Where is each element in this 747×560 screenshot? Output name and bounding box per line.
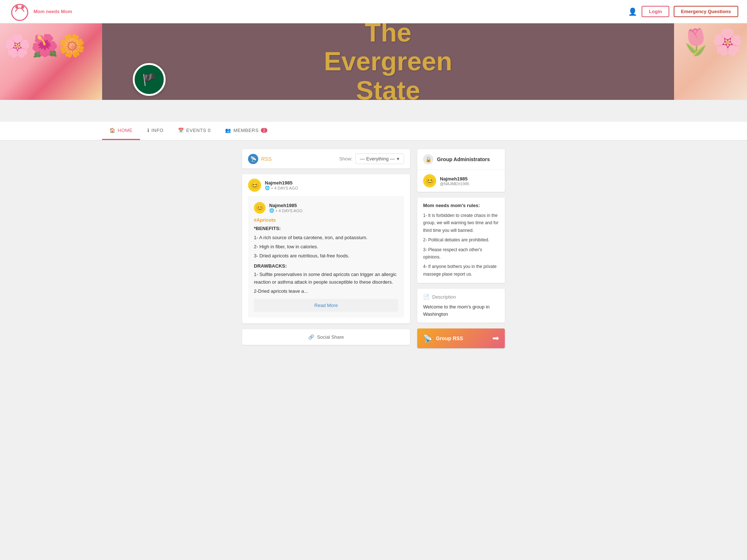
- social-share-label: Social Share: [317, 334, 344, 340]
- rule-4: 4- If anyone bothers you in the private …: [423, 263, 499, 278]
- show-label: Show:: [339, 156, 352, 162]
- post-inner: 😊 Najmeh1985 🌐 • 4 DAYS AGO #Apricots *B…: [248, 196, 404, 318]
- everything-dropdown[interactable]: — Everything — ▾: [355, 153, 404, 164]
- tab-events[interactable]: 📅 EVENTS 0: [171, 122, 218, 140]
- benefit-1: 1- A rich source of beta carotene, iron,…: [254, 234, 398, 242]
- rss-circle-icon: 📡: [248, 154, 258, 164]
- post-inner-header: 😊 Najmeh1985 🌐 • 4 DAYS AGO: [254, 202, 398, 214]
- group-rss-label: Group RSS: [436, 335, 463, 341]
- divider: •: [271, 186, 273, 190]
- admins-title: Group Administrators: [437, 156, 490, 162]
- description-card: 📄 Description Welcome to the mom's group…: [417, 289, 505, 323]
- admins-card: 🔒 Group Administrators 😊 Najmeh1985 @NAJ…: [417, 149, 505, 192]
- feed-header: 📡 RSS Show: — Everything — ▾: [242, 149, 410, 168]
- main-content: 📡 RSS Show: — Everything — ▾ 😊 Najmeh198…: [140, 140, 607, 357]
- tab-events-label: EVENTS 0: [186, 128, 211, 133]
- post-author-avatar: 😊: [248, 179, 261, 192]
- tab-info[interactable]: ℹ INFO: [140, 122, 171, 140]
- drawbacks-title: DRAWBACKS:: [254, 263, 398, 269]
- show-filter: Show: — Everything — ▾: [339, 153, 404, 164]
- group-rss-arrow-button[interactable]: ➡: [492, 334, 499, 343]
- sidebar-column: 🔒 Group Administrators 😊 Najmeh1985 @NAJ…: [417, 149, 505, 348]
- rules-text: 1- It is forbidden to create chaos in th…: [423, 212, 499, 278]
- group-avatar: 🏴: [133, 63, 166, 96]
- tab-home[interactable]: 🏠 HOME: [102, 122, 140, 140]
- inner-author-name: Najmeh1985: [269, 203, 302, 208]
- hero-center-text: The Evergreen State: [324, 23, 452, 100]
- nav-tabs: 🏠 HOME ℹ INFO 📅 EVENTS 0 👥 MEMBERS 2: [0, 122, 747, 140]
- group-name: Washington: [124, 99, 174, 100]
- inner-post-time: 🌐 • 4 DAYS AGO: [269, 208, 302, 213]
- globe-small-icon: 🌐: [265, 186, 270, 190]
- admin-info: Najmeh1985 @NAJMEH1985: [440, 176, 469, 186]
- user-icon-button[interactable]: 👤: [628, 7, 637, 16]
- globe-inner-icon: 🌐: [269, 208, 274, 213]
- washington-flag: 🏴: [135, 65, 164, 94]
- rss-feed-icon: 📡: [423, 334, 432, 343]
- inner-divider: •: [276, 209, 277, 213]
- info-icon: ℹ: [147, 128, 150, 133]
- group-profile: 🏴 Washington 🌐 PUBLIC GROUP 🕐 4 DAYS, 3 …: [124, 63, 174, 100]
- file-icon: 📄: [423, 294, 429, 300]
- inner-post-time-label: 4 DAYS AGO: [279, 209, 302, 213]
- logo-area: Mom needs Mom: [9, 1, 72, 23]
- rules-title: Mom needs mom's rules:: [423, 203, 499, 208]
- desc-header: 📄 Description: [423, 294, 499, 300]
- lock-icon: 🔒: [423, 154, 433, 164]
- login-button[interactable]: Login: [642, 6, 669, 17]
- drawback-2: 2-Dried apricots leave a...: [254, 288, 398, 295]
- svg-point-0: [12, 4, 28, 20]
- logo-text: Mom needs Mom: [34, 9, 72, 15]
- rss-symbol: 📡: [250, 156, 256, 162]
- members-icon: 👥: [225, 128, 231, 133]
- admin-handle: @NAJMEH1985: [440, 182, 469, 186]
- admins-header: 🔒 Group Administrators: [417, 149, 505, 170]
- post-time-label: 4 DAYS AGO: [274, 186, 298, 190]
- benefit-2: 2- High in fiber, low in calories.: [254, 243, 398, 251]
- description-label: Description: [432, 294, 456, 300]
- rules-card: Mom needs mom's rules: 1- It is forbidde…: [417, 198, 505, 283]
- events-icon: 📅: [178, 128, 184, 133]
- emergency-button[interactable]: Emergency Questions: [674, 6, 738, 17]
- tab-members[interactable]: 👥 MEMBERS 2: [218, 122, 275, 140]
- post-card: 😊 Najmeh1985 🌐 • 4 DAYS AGO 😊 Najmeh1985: [242, 174, 410, 323]
- rule-3: 3- Please respect each other's opinions.: [423, 246, 499, 261]
- tab-home-label: HOME: [118, 128, 133, 133]
- description-text: Welcome to the mom's group in Washington: [423, 303, 499, 318]
- read-more-button[interactable]: Read More: [254, 299, 398, 312]
- inner-author-avatar: 😊: [254, 202, 266, 214]
- post-time-row: 🌐 • 4 DAYS AGO: [265, 186, 298, 190]
- header: Mom needs Mom 👤 Login Emergency Question…: [0, 0, 747, 23]
- rss-label: RSS: [261, 156, 272, 162]
- post-author-name: Najmeh1985: [265, 180, 298, 186]
- benefit-3: 3- Dried apricots are nutritious, fat-fr…: [254, 252, 398, 260]
- hero-bg: The Evergreen State: [0, 23, 747, 100]
- home-icon: 🏠: [109, 128, 116, 133]
- post-header: 😊 Najmeh1985 🌐 • 4 DAYS AGO: [242, 174, 410, 196]
- hero-banner: The Evergreen State 🏴 Washington 🌐 PUBLI…: [0, 23, 747, 100]
- share-icon: 🔗: [308, 334, 314, 340]
- admin-row: 😊 Najmeh1985 @NAJMEH1985: [417, 170, 505, 192]
- everything-label: — Everything —: [360, 156, 395, 162]
- inner-author-info: Najmeh1985 🌐 • 4 DAYS AGO: [269, 203, 302, 213]
- drawback-1: 1- Sulfite preservatives in some dried a…: [254, 271, 398, 286]
- post-hashtag: #Apricots: [254, 217, 398, 223]
- social-share-card[interactable]: 🔗 Social Share: [242, 329, 410, 345]
- chevron-down-icon: ▾: [397, 156, 399, 162]
- rule-1: 1- It is forbidden to create chaos in th…: [423, 212, 499, 234]
- group-rss-left: 📡 Group RSS: [423, 334, 463, 343]
- members-badge: 2: [261, 128, 267, 133]
- group-rss-card[interactable]: 📡 Group RSS ➡: [417, 328, 505, 348]
- hero-left-flowers: [0, 23, 102, 100]
- tab-info-label: INFO: [151, 128, 163, 133]
- header-right: 👤 Login Emergency Questions: [628, 6, 738, 17]
- admin-name: Najmeh1985: [440, 176, 469, 182]
- benefits-title: *BENEFITS:: [254, 226, 398, 231]
- feed-column: 📡 RSS Show: — Everything — ▾ 😊 Najmeh198…: [242, 149, 410, 348]
- admin-avatar: 😊: [423, 174, 436, 187]
- hero-center: The Evergreen State: [102, 23, 674, 100]
- logo-icon: [9, 1, 31, 23]
- hero-right-flowers: [674, 23, 747, 100]
- tab-members-label: MEMBERS: [233, 128, 259, 133]
- post-author-info: Najmeh1985 🌐 • 4 DAYS AGO: [265, 180, 298, 190]
